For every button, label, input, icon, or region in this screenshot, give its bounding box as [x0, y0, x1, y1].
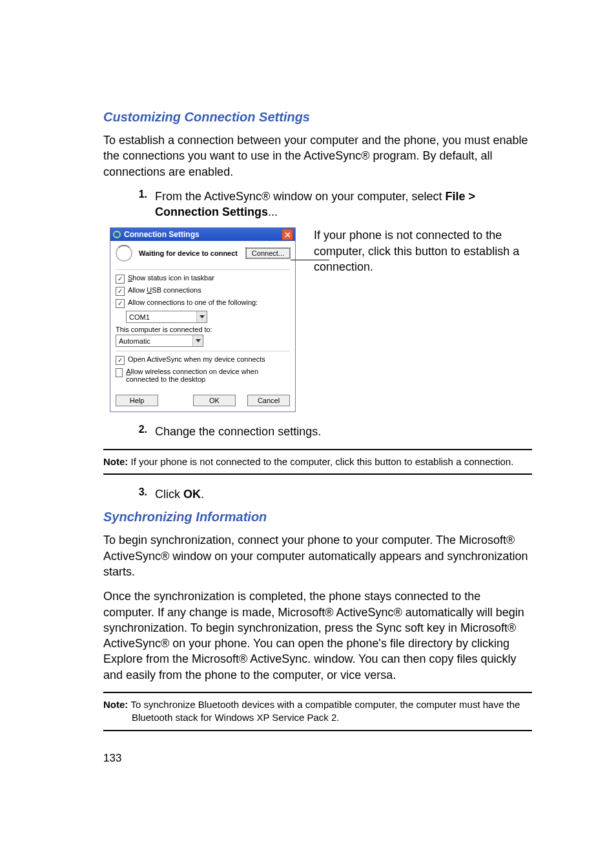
combo-network[interactable]: Automatic: [116, 335, 203, 347]
note-text-line2: Bluetooth stack for Windows XP Service P…: [103, 711, 532, 724]
label: Open ActiveSync when my device connects: [128, 355, 265, 363]
combo-value: COM1: [129, 313, 150, 321]
dialog-title: Connection Settings: [124, 230, 200, 239]
step-number: 3.: [128, 486, 155, 502]
cancel-button[interactable]: Cancel: [247, 395, 290, 406]
heading-customizing: Customizing Connection Settings: [103, 110, 532, 125]
note-lead: Note:: [103, 699, 131, 710]
combo-value: Automatic: [119, 337, 150, 345]
note-2: Note: To synchronize Bluetooth devices w…: [103, 692, 532, 731]
label: llow wireless connection on device when …: [126, 368, 258, 383]
step-text-bold: OK: [183, 488, 201, 501]
label-post: SB connections: [152, 286, 201, 294]
note-lead: Note:: [103, 456, 131, 467]
note-1: Note: If your phone is not connected to …: [103, 449, 532, 475]
checkbox-open-activesync[interactable]: Open ActiveSync when my device connects: [116, 355, 290, 365]
note-text: If your phone is not connected to the co…: [131, 456, 514, 467]
dialog-body: Waiting for device to connect Connect...…: [110, 241, 295, 411]
ok-button[interactable]: OK: [193, 395, 236, 406]
help-button[interactable]: Help: [116, 395, 158, 406]
chevron-down-icon: [196, 311, 207, 322]
step-text: Change the connection settings.: [155, 424, 532, 439]
step-text-pre: From the ActiveSync® window on your comp…: [155, 190, 445, 203]
activesync-icon: [112, 230, 121, 239]
waiting-icon: [116, 245, 132, 262]
dialog-titlebar: Connection Settings: [110, 228, 295, 241]
step-number: 2.: [128, 424, 155, 439]
checkbox-allow-usb[interactable]: Allow USB connections: [116, 286, 290, 296]
dialog-figure-row: Connection Settings Waiting for device t…: [110, 227, 532, 412]
combo-com-port[interactable]: COM1: [126, 311, 207, 323]
waiting-label: Waiting for device to connect: [139, 249, 238, 257]
check-icon: [116, 368, 123, 377]
step-text-pre: Click: [155, 488, 183, 501]
step-number: 1.: [128, 189, 155, 220]
connect-button[interactable]: Connect...: [246, 248, 290, 258]
step-text: From the ActiveSync® window on your comp…: [155, 189, 532, 220]
checkbox-allow-com[interactable]: Allow connections to one of the followin…: [116, 298, 290, 308]
mnemonic: A: [126, 368, 130, 375]
close-icon[interactable]: [282, 229, 293, 240]
connection-settings-dialog: Connection Settings Waiting for device t…: [110, 227, 296, 412]
sync-paragraph-1: To begin synchronization, connect your p…: [103, 532, 532, 579]
label-computer-connected: This computer is connected to:: [116, 326, 290, 333]
intro-paragraph: To establish a connection between your c…: [103, 132, 532, 180]
callout-text: If your phone is not connected to the co…: [314, 227, 532, 275]
label-pre: Allow: [128, 286, 147, 294]
page-number: 133: [103, 752, 532, 765]
check-icon: [116, 356, 125, 365]
checkbox-show-status[interactable]: Show status icon in taskbar: [116, 274, 290, 284]
note-text-line1: To synchronize Bluetooth devices with a …: [131, 699, 520, 710]
step-1: 1. From the ActiveSync® window on your c…: [128, 189, 532, 220]
step-text: Click OK.: [155, 486, 532, 502]
check-icon: [116, 275, 125, 284]
label: Allow connections to one of the followin…: [128, 298, 258, 306]
label: how status icon in taskbar: [132, 274, 214, 282]
heading-synchronizing: Synchronizing Information: [103, 510, 532, 525]
step-3: 3. Click OK.: [128, 486, 532, 502]
checkbox-allow-wireless[interactable]: Allow wireless connection on device when…: [116, 368, 290, 383]
step-text-post: ...: [268, 205, 278, 218]
check-icon: [116, 299, 125, 308]
step-2: 2. Change the connection settings.: [128, 424, 532, 439]
sync-paragraph-2: Once the synchronization is completed, t…: [103, 588, 532, 683]
check-icon: [116, 287, 125, 296]
step-text-post: .: [201, 488, 204, 501]
chevron-down-icon: [192, 335, 203, 346]
